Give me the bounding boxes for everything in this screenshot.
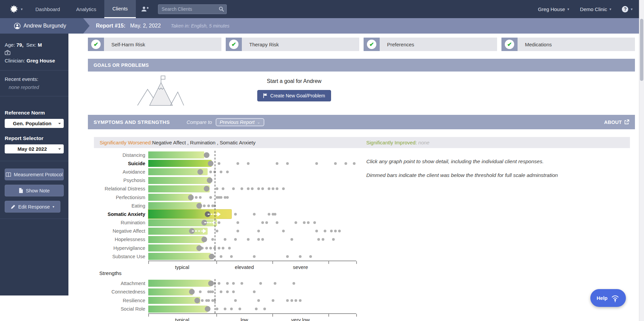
show-note-button[interactable]: Show Note xyxy=(5,185,64,196)
response-dot[interactable] xyxy=(216,187,218,190)
response-dot[interactable] xyxy=(299,299,302,302)
score-bar[interactable] xyxy=(148,288,193,295)
response-dot[interactable] xyxy=(253,290,256,293)
brand-menu[interactable]: ▾ xyxy=(9,0,28,18)
score-bar[interactable] xyxy=(148,236,204,243)
response-dot[interactable] xyxy=(257,187,260,190)
response-dot[interactable] xyxy=(199,290,202,293)
clinic-menu[interactable]: Demo Clinic ▾ xyxy=(575,0,616,18)
response-dot[interactable] xyxy=(199,196,202,199)
score-dot[interactable] xyxy=(204,186,209,192)
response-dot[interactable] xyxy=(282,230,285,232)
response-dot[interactable] xyxy=(315,230,318,232)
add-client-button[interactable] xyxy=(136,0,154,18)
response-dot[interactable] xyxy=(203,204,206,207)
response-dot[interactable] xyxy=(209,196,212,199)
response-dot[interactable] xyxy=(232,282,235,285)
response-dot[interactable] xyxy=(232,290,235,293)
response-dot[interactable] xyxy=(276,162,278,165)
reference-norm-select[interactable]: Gen. Population xyxy=(5,119,64,128)
response-dot[interactable] xyxy=(261,238,264,241)
about-link[interactable]: ABOUT xyxy=(604,120,629,125)
response-dot[interactable] xyxy=(265,221,268,224)
response-dot[interactable] xyxy=(236,221,239,224)
card-therapy-risk[interactable]: ✔ Therapy Risk xyxy=(226,38,359,51)
score-dot[interactable] xyxy=(201,237,207,242)
response-dot[interactable] xyxy=(338,230,341,232)
response-dot[interactable] xyxy=(211,290,214,293)
response-dot[interactable] xyxy=(276,187,278,190)
response-dot[interactable] xyxy=(276,221,278,224)
response-dot[interactable] xyxy=(334,230,337,232)
score-bar[interactable] xyxy=(148,202,201,209)
response-dot[interactable] xyxy=(324,230,326,232)
response-dot[interactable] xyxy=(257,299,260,302)
help-menu[interactable]: ? ▾ xyxy=(616,0,638,18)
medical-kit-icon[interactable] xyxy=(5,50,10,55)
score-bar[interactable] xyxy=(148,244,200,251)
create-goal-button[interactable]: Create New Goal/Problem xyxy=(257,90,331,101)
response-dot[interactable] xyxy=(195,196,198,199)
response-dot[interactable] xyxy=(234,213,237,216)
response-dot[interactable] xyxy=(261,187,264,190)
score-bar[interactable] xyxy=(148,280,211,287)
response-dot[interactable] xyxy=(259,282,262,285)
client-name-tab[interactable]: Andrew Burgundy xyxy=(0,18,83,34)
response-dot[interactable] xyxy=(234,238,237,241)
response-dot[interactable] xyxy=(207,204,210,207)
score-bar[interactable] xyxy=(148,185,210,192)
response-dot[interactable] xyxy=(226,171,229,173)
score-bar[interactable] xyxy=(148,151,204,158)
score-bar[interactable] xyxy=(148,297,200,304)
response-dot[interactable] xyxy=(236,162,239,165)
response-dot[interactable] xyxy=(216,308,218,310)
response-dot[interactable] xyxy=(216,230,218,232)
response-dot[interactable] xyxy=(224,308,226,310)
response-dot[interactable] xyxy=(220,196,222,199)
response-dot[interactable] xyxy=(268,213,270,216)
score-dot[interactable] xyxy=(196,203,202,209)
response-dot[interactable] xyxy=(307,221,310,224)
nav-item-clients[interactable]: Clients xyxy=(104,0,136,18)
score-bar[interactable] xyxy=(148,160,212,167)
response-dot[interactable] xyxy=(253,255,256,258)
response-dot[interactable] xyxy=(209,247,212,249)
score-bar[interactable] xyxy=(148,177,211,184)
response-dot[interactable] xyxy=(294,299,297,302)
response-dot[interactable] xyxy=(263,308,266,310)
score-bar[interactable] xyxy=(148,253,211,260)
response-dot[interactable] xyxy=(286,255,289,258)
score-dot[interactable] xyxy=(209,254,215,259)
response-dot[interactable] xyxy=(334,162,337,165)
response-dot[interactable] xyxy=(207,299,210,302)
response-dot[interactable] xyxy=(257,238,260,241)
response-dot[interactable] xyxy=(209,171,212,173)
response-dot[interactable] xyxy=(218,162,220,165)
response-dot[interactable] xyxy=(211,238,214,241)
response-dot[interactable] xyxy=(294,221,297,224)
response-dot[interactable] xyxy=(313,221,316,224)
response-dot[interactable] xyxy=(255,308,258,310)
response-dot[interactable] xyxy=(220,171,222,173)
response-dot[interactable] xyxy=(226,290,229,293)
score-dot[interactable] xyxy=(207,178,212,183)
score-dot[interactable] xyxy=(198,169,203,175)
response-dot[interactable] xyxy=(272,187,274,190)
help-button[interactable]: Help xyxy=(590,289,626,307)
response-dot[interactable] xyxy=(274,213,276,216)
response-dot[interactable] xyxy=(247,238,250,241)
response-dot[interactable] xyxy=(309,255,312,258)
response-dot[interactable] xyxy=(220,290,222,293)
response-dot[interactable] xyxy=(286,162,289,165)
response-dot[interactable] xyxy=(268,187,270,190)
response-dot[interactable] xyxy=(290,238,293,241)
score-dot[interactable] xyxy=(204,152,209,158)
response-dot[interactable] xyxy=(240,282,243,285)
response-dot[interactable] xyxy=(236,230,239,232)
search-input[interactable] xyxy=(158,4,227,14)
response-dot[interactable] xyxy=(222,247,224,249)
response-dot[interactable] xyxy=(292,282,295,285)
edit-response-button[interactable]: Edit Response ▾ xyxy=(5,201,60,213)
response-dot[interactable] xyxy=(247,162,250,165)
response-dot[interactable] xyxy=(222,187,224,190)
